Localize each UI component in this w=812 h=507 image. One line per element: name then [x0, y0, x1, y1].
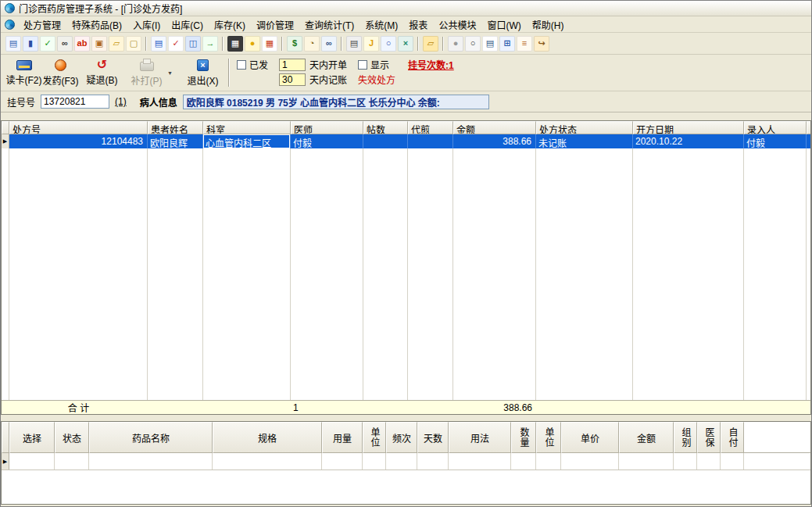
- dispense-button[interactable]: 发药(F3): [42, 56, 79, 89]
- toolbar-icon-report[interactable]: ▤: [482, 36, 498, 52]
- det-col-header-usage[interactable]: 用法: [449, 422, 511, 453]
- menu-stock-in[interactable]: 入库(I): [127, 16, 166, 34]
- toolbar-icon-binoculars[interactable]: ∞: [57, 36, 73, 52]
- toolbar-icon-audit[interactable]: ab: [74, 36, 90, 52]
- menu-query-stats[interactable]: 查询统计(T): [299, 16, 359, 34]
- toolbar-icon-stamp[interactable]: ▣: [91, 36, 107, 52]
- menu-stock-out[interactable]: 出库(C): [166, 16, 209, 34]
- toolbar-icon-search[interactable]: ○: [465, 36, 481, 52]
- days-account-field[interactable]: [279, 73, 306, 86]
- toolbar-icon-zoom[interactable]: ○: [381, 36, 396, 52]
- toolbar-icon-alarm[interactable]: ●: [245, 36, 260, 52]
- toolbar-icon-preview[interactable]: ▤: [5, 36, 21, 52]
- menu-window[interactable]: 窗口(W): [481, 16, 526, 34]
- rx-cell-decoct[interactable]: [408, 134, 453, 148]
- det-col-header-self-pay[interactable]: 自付: [721, 422, 744, 453]
- reprint-label: 补打(P): [131, 73, 163, 87]
- card-reader-icon: [16, 60, 32, 70]
- toolbar-icon-save[interactable]: ◫: [185, 36, 201, 52]
- toolbar-icon-sphere[interactable]: ●: [448, 36, 463, 52]
- toolbar-icon-folder-find[interactable]: ◔: [304, 36, 320, 52]
- toolbar-icon-vial[interactable]: ▮: [23, 36, 38, 52]
- menu-reports[interactable]: 报表: [403, 16, 433, 34]
- rx-col-header-decoct[interactable]: 代煎: [408, 121, 453, 134]
- rx-col-header-date[interactable]: 开方日期: [633, 121, 744, 134]
- toolbar-icon-exit-door[interactable]: ↪: [534, 36, 549, 52]
- show-expired-checkbox[interactable]: [358, 60, 367, 70]
- menu-price-adjust[interactable]: 调价管理: [251, 16, 299, 34]
- toolbar-icon-archive[interactable]: ▢: [126, 36, 141, 52]
- det-col-header-dose-unit[interactable]: 单位: [363, 422, 386, 453]
- reprint-button[interactable]: 补打(P): [128, 56, 165, 89]
- toolbar-icon-cash[interactable]: $: [287, 36, 302, 52]
- det-col-header-dose[interactable]: 用量: [322, 422, 363, 453]
- det-col-header-drug-name[interactable]: 药品名称: [89, 422, 213, 453]
- prescription-table: 处方号 患者姓名 科室 医师 帖数 代煎 金额 处方状态 开方日期 录入人 ▶ …: [1, 120, 811, 415]
- menu-prescription-mgmt[interactable]: 处方管理: [18, 16, 66, 34]
- prescription-row-selected[interactable]: ▶ 12104483 欧阳良辉 心血管内科二区 付毅 388.66 未记账 20…: [2, 134, 810, 148]
- det-col-header-unit-price[interactable]: 单价: [561, 422, 619, 453]
- medicine-icon: [55, 59, 66, 71]
- suspect-return-button[interactable]: ↺ 疑退(B): [84, 56, 120, 89]
- exit-button[interactable]: × 退出(X): [184, 56, 221, 89]
- det-cell-empty: [721, 453, 744, 470]
- read-card-button[interactable]: 读卡(F2): [5, 56, 42, 89]
- toolbar-icon-folder-out[interactable]: ▱: [109, 36, 124, 52]
- rx-cell-entered-by[interactable]: 付毅: [744, 134, 807, 148]
- toolbar-icon-lookup[interactable]: ∞: [321, 36, 337, 52]
- det-col-header-spec[interactable]: 规格: [213, 422, 322, 453]
- rx-cell-department[interactable]: 心血管内科二区: [203, 134, 291, 148]
- reg-no-input[interactable]: [41, 95, 109, 109]
- rx-cell-packs[interactable]: [363, 134, 408, 148]
- det-col-header-days[interactable]: 天数: [417, 422, 449, 453]
- summary-label: 合 计: [9, 401, 148, 414]
- toolbar-icon-grid-view[interactable]: ⊞: [499, 36, 515, 52]
- toolbar-icon-edit-doc[interactable]: ≡: [517, 36, 532, 52]
- det-col-header-quantity[interactable]: 数量: [511, 422, 536, 453]
- toolbar-icon-open-folder[interactable]: ▱: [423, 36, 438, 52]
- toolbar-icon-print[interactable]: ▤: [346, 36, 362, 52]
- app-window: 门诊西药房管理子系统 - [门诊处方发药] 处方管理 特殊药品(B) 入库(I)…: [0, 0, 812, 507]
- menu-common-modules[interactable]: 公共模块: [433, 16, 481, 34]
- toolbar-icon-keypad[interactable]: ▦: [227, 36, 243, 52]
- menu-help[interactable]: 帮助(H): [527, 16, 570, 34]
- toolbar-icon-doc-check[interactable]: ✓: [168, 36, 184, 52]
- toolbar-icon-key[interactable]: J: [363, 36, 379, 52]
- rx-cell-amount[interactable]: 388.66: [453, 134, 536, 148]
- menu-inventory[interactable]: 库存(K): [209, 16, 251, 34]
- menu-special-drugs[interactable]: 特殊药品(B): [66, 16, 127, 34]
- menu-system[interactable]: 系统(M): [359, 16, 403, 34]
- rx-col-header-entered-by[interactable]: 录入人: [744, 121, 807, 134]
- rx-cell-patient[interactable]: 欧阳良辉: [148, 134, 203, 148]
- drug-detail-row-current[interactable]: ▶: [2, 453, 810, 470]
- reprint-dropdown-arrow[interactable]: ▼: [165, 64, 175, 81]
- toolbar-icon-new-doc[interactable]: ▤: [151, 36, 166, 52]
- det-col-header-select[interactable]: 选择: [9, 422, 55, 453]
- days-open-field[interactable]: [279, 59, 306, 71]
- rx-cell-rx-no[interactable]: 12104483: [9, 134, 148, 148]
- rx-col-header-status[interactable]: 处方状态: [536, 121, 633, 134]
- toolbar-icon-doc-export[interactable]: →: [202, 36, 218, 52]
- det-col-header-frequency[interactable]: 频次: [386, 422, 417, 453]
- rx-cell-status[interactable]: 未记账: [536, 134, 633, 148]
- det-col-header-amount[interactable]: 金额: [619, 422, 674, 453]
- rx-col-header-doctor[interactable]: 医师: [291, 121, 363, 134]
- det-col-header-unit[interactable]: 单位: [536, 422, 561, 453]
- det-col-header-group[interactable]: 组别: [674, 422, 697, 453]
- visit-count-group: 挂号次数:1: [408, 58, 454, 87]
- toolbar-icon-close-box[interactable]: ×: [398, 36, 413, 52]
- toolbar-icon-calendar[interactable]: ▦: [262, 36, 277, 52]
- rx-col-header-amount[interactable]: 金额: [453, 121, 536, 134]
- toolbar-icon-confirm[interactable]: ✓: [40, 36, 55, 52]
- rx-col-header-packs[interactable]: 帖数: [363, 121, 408, 134]
- sent-checkbox[interactable]: [237, 60, 246, 70]
- rx-cell-doctor[interactable]: 付毅: [291, 134, 363, 148]
- rx-col-header-department[interactable]: 科室: [203, 121, 291, 134]
- rx-cell-date[interactable]: 2020.10.22: [633, 134, 744, 148]
- det-col-header-status[interactable]: 状态: [55, 422, 89, 453]
- det-cell-empty: [55, 453, 89, 470]
- rx-col-header-rx-no[interactable]: 处方号: [9, 121, 148, 134]
- det-col-header-insurance[interactable]: 医保: [697, 422, 721, 453]
- rx-col-header-patient[interactable]: 患者姓名: [148, 121, 203, 134]
- main-toolbar: ▤▮✓∞ab▣▱▢▤✓◫→▦●▦$◔∞▤J○×▱●○▤⊞≡↪: [1, 33, 811, 55]
